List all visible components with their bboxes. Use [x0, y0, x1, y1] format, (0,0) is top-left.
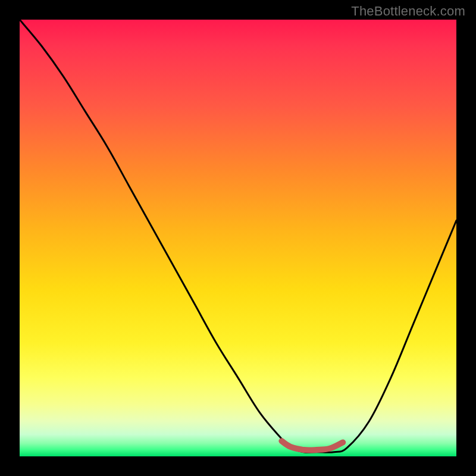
optimal-zone-marker — [281, 441, 343, 450]
chart-svg — [20, 20, 456, 456]
plot-area — [20, 20, 456, 456]
watermark-text: TheBottleneck.com — [351, 4, 465, 19]
chart-frame: TheBottleneck.com — [0, 0, 476, 476]
bottleneck-curve — [20, 20, 456, 452]
